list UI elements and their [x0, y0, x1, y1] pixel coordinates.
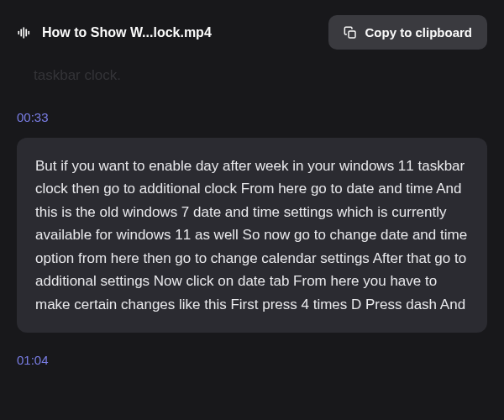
svg-rect-5 [349, 31, 355, 38]
timestamp-start[interactable]: 00:33 [17, 102, 487, 138]
file-info: How to Show W...lock.mp4 [17, 25, 212, 40]
file-name: How to Show W...lock.mp4 [42, 25, 212, 40]
copy-button-label: Copy to clipboard [365, 25, 473, 39]
transcript-content: taskbar clock. 00:33 But if you want to … [0, 65, 504, 367]
audio-waveform-icon [17, 25, 32, 40]
transcript-block: But if you want to enable day after week… [17, 138, 487, 333]
previous-transcript-fragment: taskbar clock. [17, 65, 487, 102]
timestamp-end[interactable]: 01:04 [17, 333, 487, 367]
copy-to-clipboard-button[interactable]: Copy to clipboard [328, 15, 488, 50]
copy-icon [344, 26, 357, 39]
header-bar: How to Show W...lock.mp4 Copy to clipboa… [0, 0, 504, 65]
